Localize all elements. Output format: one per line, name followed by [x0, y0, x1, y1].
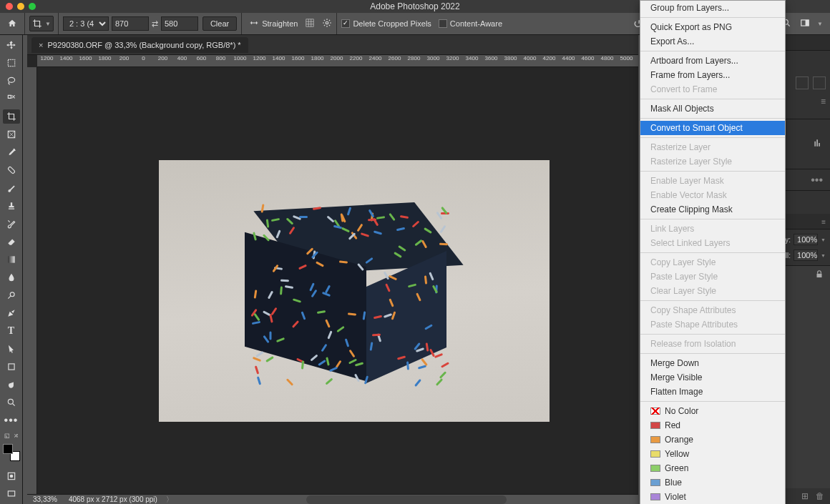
- document-tab-label: P9290380.ORF @ 33,3% (Background copy, R…: [47, 41, 240, 49]
- menu-item[interactable]: Group from Layers...: [640, 1, 785, 15]
- ruler-tick: 4800: [597, 55, 617, 66]
- marquee-tool[interactable]: [3, 56, 20, 70]
- healing-tool[interactable]: [3, 163, 20, 177]
- sprinkle: [421, 358, 428, 366]
- menu-item-label: Quick Export as PNG: [650, 22, 732, 32]
- sprinkle: [439, 371, 446, 379]
- minimize-window-button[interactable]: [17, 3, 24, 10]
- menu-item[interactable]: Flatten Image: [640, 385, 785, 399]
- menu-divider: [640, 137, 785, 138]
- eraser-tool[interactable]: [3, 234, 20, 249]
- more-tools[interactable]: •••: [3, 413, 20, 428]
- straighten-label[interactable]: Straighten: [262, 19, 298, 28]
- menu-item-label: Orange: [665, 435, 693, 445]
- quick-mask[interactable]: [3, 469, 20, 483]
- menu-item[interactable]: Green: [640, 461, 785, 475]
- opacity-value[interactable]: 100%: [794, 234, 818, 245]
- type-tool[interactable]: T: [3, 324, 20, 338]
- gradient-tool[interactable]: [3, 252, 20, 267]
- doc-info-arrow[interactable]: 〉: [166, 495, 173, 505]
- scrollbar-horizontal[interactable]: [306, 495, 507, 504]
- zoom-window-button[interactable]: [29, 3, 36, 10]
- crop-tool-indicator[interactable]: ▼: [29, 16, 54, 31]
- straighten-icon[interactable]: [249, 18, 259, 29]
- menu-item[interactable]: Mask All Objects: [640, 102, 785, 116]
- menu-item[interactable]: Frame from Layers...: [640, 68, 785, 82]
- overlay-icon[interactable]: [305, 18, 315, 29]
- dodge-tool[interactable]: [3, 288, 20, 302]
- ruler-vertical[interactable]: [27, 67, 37, 504]
- ruler-tick: 4000: [520, 55, 540, 66]
- menu-item[interactable]: Artboard from Layers...: [640, 54, 785, 68]
- swap-icon[interactable]: ⇄: [152, 19, 158, 29]
- chevron-down-icon[interactable]: ▼: [817, 21, 823, 27]
- move-tool[interactable]: [3, 38, 20, 52]
- sprinkle: [441, 362, 449, 368]
- zoom-tool[interactable]: [3, 395, 20, 410]
- eyedropper-tool[interactable]: [3, 145, 20, 159]
- align-icon[interactable]: [796, 76, 809, 89]
- selection-tool[interactable]: [3, 92, 20, 106]
- chevron-down-icon[interactable]: ▼: [821, 237, 826, 242]
- ruler-tick: 3000: [424, 55, 443, 66]
- content-aware-checkbox[interactable]: [439, 19, 447, 28]
- fgbg-colors[interactable]: [3, 444, 20, 461]
- close-window-button[interactable]: [6, 3, 13, 10]
- doc-info[interactable]: 4068 px x 2712 px (300 ppi): [69, 495, 157, 503]
- ruler-horizontal[interactable]: 1200140016001800200020040060080010001200…: [37, 55, 638, 67]
- crop-tool[interactable]: [3, 109, 20, 124]
- menu-item[interactable]: Quick Export as PNG: [640, 20, 785, 34]
- hand-tool[interactable]: [3, 377, 20, 392]
- menu-item[interactable]: Convert to Smart Object: [640, 121, 785, 135]
- close-tab-icon[interactable]: ×: [39, 41, 43, 49]
- menu-item-label: Mask All Objects: [650, 104, 714, 114]
- trash-icon[interactable]: 🗑: [816, 491, 824, 501]
- blur-tool[interactable]: [3, 270, 20, 285]
- stamp-tool[interactable]: [3, 199, 20, 213]
- menu-item[interactable]: Yellow: [640, 447, 785, 461]
- brush-tool[interactable]: [3, 181, 20, 195]
- sprinkle: [253, 357, 261, 362]
- lasso-tool[interactable]: [3, 74, 20, 88]
- canvas-area[interactable]: [37, 67, 638, 494]
- svg-rect-10: [8, 364, 14, 370]
- shape-tool[interactable]: [3, 360, 20, 374]
- fill-value[interactable]: 100%: [794, 249, 818, 261]
- zoom-level[interactable]: 33,33%: [33, 495, 57, 503]
- panel-menu-icon[interactable]: ≡: [817, 215, 830, 229]
- delete-cropped-checkbox[interactable]: [341, 19, 350, 28]
- crop-width-input[interactable]: [112, 16, 149, 31]
- menu-item[interactable]: Orange: [640, 433, 785, 447]
- menu-item[interactable]: Red: [640, 418, 785, 433]
- document-tab[interactable]: × P9290380.ORF @ 33,3% (Background copy,…: [31, 37, 248, 53]
- menu-item[interactable]: Merge Down: [640, 356, 785, 370]
- menu-item: Copy Shape Attributes: [640, 303, 785, 317]
- pen-tool[interactable]: [3, 306, 20, 320]
- clear-button[interactable]: Clear: [202, 16, 237, 31]
- fg-color[interactable]: [3, 444, 13, 454]
- menu-item[interactable]: Export As...: [640, 34, 785, 49]
- menu-item[interactable]: No Color: [640, 404, 785, 418]
- menu-item[interactable]: Blue: [640, 475, 785, 490]
- menu-divider: [640, 171, 785, 172]
- menu-item[interactable]: Merge Visible: [640, 370, 785, 385]
- align-icon[interactable]: [813, 76, 826, 89]
- new-layer-icon[interactable]: ⊞: [801, 491, 809, 501]
- frame-tool[interactable]: [3, 127, 20, 142]
- lock-icon[interactable]: [814, 270, 824, 282]
- workspace-switcher[interactable]: [800, 18, 810, 29]
- screen-mode[interactable]: [3, 487, 20, 501]
- path-tool[interactable]: [3, 342, 20, 356]
- menu-item[interactable]: Create Clipping Mask: [640, 202, 785, 217]
- crop-height-input[interactable]: [161, 16, 198, 31]
- history-brush-tool[interactable]: [3, 217, 20, 231]
- fgbg-swap[interactable]: ◱⤮: [4, 433, 19, 439]
- home-icon[interactable]: [4, 17, 20, 30]
- menu-item: Enable Vector Mask: [640, 188, 785, 202]
- histogram-icon[interactable]: [813, 138, 823, 151]
- svg-point-11: [8, 399, 13, 404]
- gear-icon[interactable]: [322, 18, 332, 29]
- crop-ratio-select[interactable]: 2 : 3 (4 : 6): [63, 16, 109, 31]
- menu-item[interactable]: Violet: [640, 490, 785, 504]
- chevron-down-icon[interactable]: ▼: [821, 253, 826, 258]
